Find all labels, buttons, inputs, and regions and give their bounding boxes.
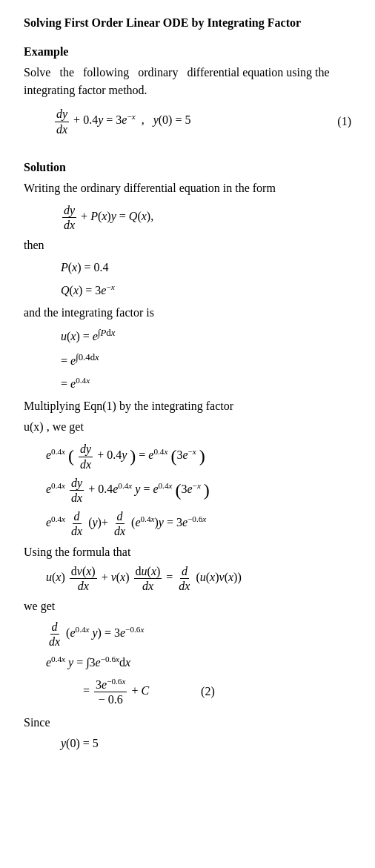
integrating-factor-label: and the integrating factor is [24, 304, 351, 322]
eq-step-3: e0.4x d dx (y)+ d dx (e0.4x)y = 3e−0.6x [46, 509, 351, 538]
eq-step-1: e0.4x ( dy dx + 0.4y ) = e0.4x (3e−x ) [46, 442, 351, 471]
page-title: Solving First Order Linear ODE by Integr… [24, 15, 351, 31]
eq-step-5: e0.4x y = ∫3e−0.6xdx [46, 653, 351, 672]
qx-definition: Q(x) = 3e−x [61, 281, 351, 299]
eq-number-2: (2) [193, 683, 215, 700]
eq-step-6: = 3e−0.6x − 0.6 + C (2) [83, 677, 351, 707]
ux-definition-2: = e∫0.4dx [61, 351, 351, 370]
general-ode-form: dy dx + P(x)y = Q(x), [61, 203, 351, 232]
multiplying-label: Multiplying Eqn(1) by the integrating fa… [24, 397, 351, 415]
eq-number-1: (1) [330, 113, 351, 130]
using-formula-label: Using the formula that [24, 543, 351, 561]
we-get-label: we get [24, 597, 351, 615]
equation-1: dy dx + 0.4y = 3e−x , y(0) = 5 (1) [53, 107, 351, 136]
ux-definition-3: = e0.4x [61, 374, 351, 393]
solution-section: Solution Writing the ordinary differenti… [24, 159, 351, 753]
example-text: Solve the following ordinary differentia… [24, 64, 351, 99]
u-we-get-label: u(x) , we get [24, 418, 351, 436]
example-section: Example Solve the following ordinary dif… [24, 43, 351, 136]
product-rule: u(x) dv(x) dx + v(x) du(x) dx = d dx (u(… [46, 564, 351, 593]
eq-step-4: d dx (e0.4x y) = 3e−0.6x [46, 620, 351, 649]
ux-definition-1: u(x) = e∫Pdx [61, 326, 351, 345]
initial-condition: y(0) = 5 [61, 735, 351, 752]
eq-step-2: e0.4x dy dx + 0.4e0.4x y = e0.4x (3e−x ) [46, 476, 351, 505]
solution-intro: Writing the ordinary differential equati… [24, 179, 351, 197]
solution-label: Solution [24, 159, 351, 176]
example-label: Example [24, 43, 351, 61]
then-label: then [24, 236, 351, 254]
px-definition: P(x) = 0.4 [61, 259, 351, 276]
since-label: Since [24, 714, 351, 732]
